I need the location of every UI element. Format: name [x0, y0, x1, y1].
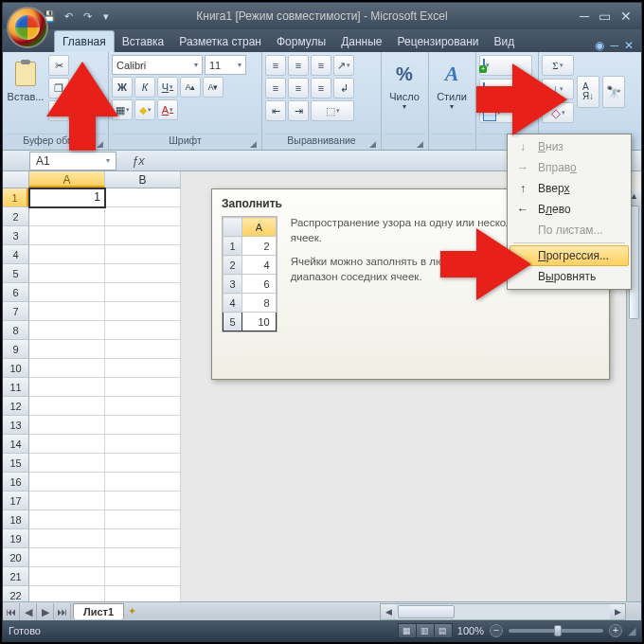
fx-button[interactable]: ƒx: [132, 153, 145, 168]
font-color-button[interactable]: A: [157, 99, 178, 120]
cell-A16[interactable]: [29, 473, 105, 492]
col-header-B[interactable]: B: [105, 171, 181, 188]
autosum-button[interactable]: Σ: [542, 55, 574, 76]
cell-A10[interactable]: [29, 359, 105, 378]
format-painter-button[interactable]: 🖌: [48, 100, 69, 121]
tab-page-layout[interactable]: Разметка стран: [171, 31, 269, 52]
cell-A3[interactable]: [29, 226, 105, 245]
merge-button[interactable]: ⬚: [311, 100, 354, 121]
orientation-button[interactable]: ↗: [333, 55, 354, 76]
sort-filter-button[interactable]: AЯ↓: [577, 76, 599, 108]
help-button[interactable]: ◉: [595, 39, 604, 52]
row-header-20[interactable]: 20: [3, 548, 29, 567]
ribbon-close[interactable]: ✕: [624, 39, 634, 52]
close-button[interactable]: ✕: [620, 9, 632, 24]
cell-A18[interactable]: [29, 510, 105, 529]
ribbon-minimize[interactable]: ─: [610, 39, 618, 52]
cell-B18[interactable]: [105, 510, 181, 529]
delete-cells-button[interactable]: −: [479, 79, 532, 99]
find-select-button[interactable]: 🔭: [602, 76, 625, 108]
redo-button[interactable]: ↷: [79, 8, 96, 25]
align-top-button[interactable]: ≡: [265, 55, 286, 76]
horizontal-scrollbar[interactable]: ◀▶: [380, 603, 626, 620]
row-header-11[interactable]: 11: [3, 378, 29, 397]
resize-grip[interactable]: ◢: [628, 625, 635, 637]
sheet-nav-prev[interactable]: ◀: [20, 603, 37, 620]
align-middle-button[interactable]: ≡: [288, 55, 309, 76]
increase-indent-button[interactable]: ⇥: [288, 100, 309, 121]
font-size-combo[interactable]: 11: [205, 55, 246, 75]
align-right-button[interactable]: ≡: [311, 78, 331, 98]
col-header-A[interactable]: A: [29, 171, 105, 188]
cell-A14[interactable]: [29, 435, 105, 454]
cell-B3[interactable]: [105, 226, 181, 245]
tab-formulas[interactable]: Формулы: [269, 31, 333, 52]
wrap-text-button[interactable]: ↲: [333, 78, 354, 98]
cell-B6[interactable]: [105, 283, 181, 302]
row-header-21[interactable]: 21: [3, 567, 29, 586]
new-sheet-button[interactable]: ✦: [128, 605, 136, 617]
sheet-nav-next[interactable]: ▶: [37, 603, 54, 620]
cut-button[interactable]: ✂: [48, 55, 69, 76]
menu-fill-sheets[interactable]: По листам...: [510, 220, 629, 241]
grow-font-button[interactable]: A▴: [180, 77, 201, 98]
copy-button[interactable]: ❐: [48, 78, 69, 98]
cell-B21[interactable]: [105, 567, 181, 586]
row-header-17[interactable]: 17: [3, 492, 29, 510]
number-launcher[interactable]: ◢: [417, 139, 423, 149]
number-format-button[interactable]: % Число▾: [385, 55, 424, 134]
italic-button[interactable]: К: [134, 77, 155, 98]
row-header-7[interactable]: 7: [3, 302, 29, 321]
paste-button[interactable]: Встав...: [6, 55, 45, 134]
align-bottom-button[interactable]: ≡: [311, 55, 331, 76]
styles-button[interactable]: A Стили▾: [432, 55, 472, 134]
menu-fill-down[interactable]: ↓Вниз: [510, 136, 629, 157]
cell-B8[interactable]: [105, 321, 181, 340]
align-center-button[interactable]: ≡: [288, 78, 309, 98]
cell-B5[interactable]: [105, 264, 181, 283]
shrink-font-button[interactable]: A▾: [203, 77, 224, 98]
cell-B13[interactable]: [105, 416, 181, 435]
cell-B17[interactable]: [105, 492, 181, 510]
qat-more[interactable]: ▾: [98, 8, 115, 25]
cell-A6[interactable]: [29, 283, 105, 302]
zoom-level[interactable]: 100%: [457, 625, 484, 636]
format-cells-button[interactable]: [479, 102, 532, 123]
cell-B20[interactable]: [105, 548, 181, 567]
row-header-13[interactable]: 13: [3, 416, 29, 435]
row-header-16[interactable]: 16: [3, 473, 29, 492]
cell-A7[interactable]: [29, 302, 105, 321]
row-header-4[interactable]: 4: [3, 245, 29, 264]
row-header-6[interactable]: 6: [3, 283, 29, 302]
maximize-button[interactable]: ▭: [599, 9, 611, 24]
tab-view[interactable]: Вид: [487, 31, 523, 52]
cell-A12[interactable]: [29, 397, 105, 416]
view-normal-button[interactable]: ▦: [398, 623, 417, 638]
sheet-nav-first[interactable]: ⏮: [3, 603, 20, 620]
row-header-3[interactable]: 3: [3, 226, 29, 245]
row-header-15[interactable]: 15: [3, 454, 29, 473]
row-header-9[interactable]: 9: [3, 340, 29, 359]
fill-button[interactable]: ↓: [542, 79, 574, 99]
cell-B16[interactable]: [105, 473, 181, 492]
menu-fill-progression[interactable]: Прогрессия...: [510, 245, 629, 266]
zoom-out-button[interactable]: −: [490, 624, 503, 637]
cell-A13[interactable]: [29, 416, 105, 435]
border-button[interactable]: ▦: [112, 99, 133, 120]
fill-color-button[interactable]: ◆: [134, 99, 155, 120]
cell-B12[interactable]: [105, 397, 181, 416]
cell-A11[interactable]: [29, 378, 105, 397]
cell-B19[interactable]: [105, 529, 181, 548]
select-all-button[interactable]: [3, 171, 29, 188]
view-pagebreak-button[interactable]: ▤: [434, 623, 453, 638]
cell-A1[interactable]: 1: [29, 188, 105, 207]
row-header-19[interactable]: 19: [3, 529, 29, 548]
row-header-10[interactable]: 10: [3, 359, 29, 378]
zoom-in-button[interactable]: +: [609, 624, 622, 637]
alignment-launcher[interactable]: ◢: [369, 139, 376, 149]
underline-button[interactable]: Ч: [157, 77, 178, 98]
cell-B10[interactable]: [105, 359, 181, 378]
view-layout-button[interactable]: ▥: [416, 623, 435, 638]
cell-B11[interactable]: [105, 378, 181, 397]
decrease-indent-button[interactable]: ⇤: [265, 100, 286, 121]
